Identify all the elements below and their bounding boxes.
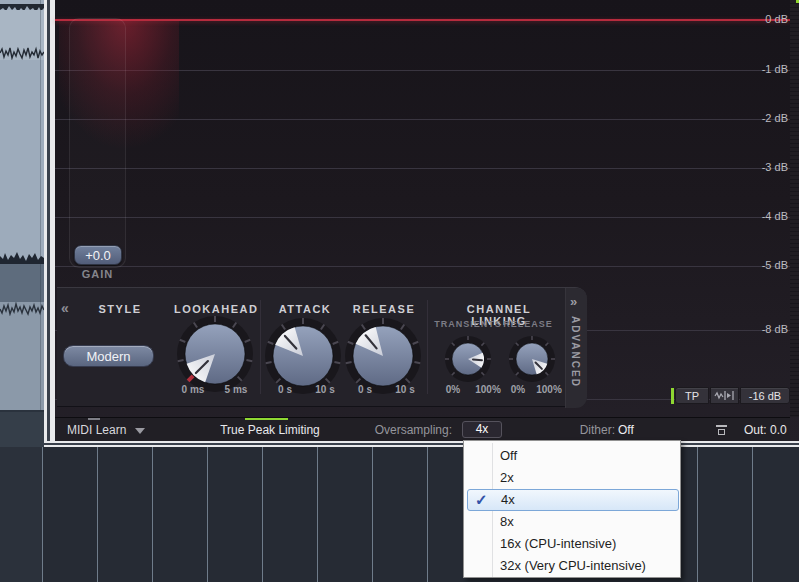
gain-slider-handle[interactable]: +0.0 bbox=[74, 245, 122, 265]
waveform-squiggle-icon bbox=[0, 46, 44, 60]
linking-release-max: 100% bbox=[529, 384, 569, 395]
gain-label: GAIN bbox=[69, 268, 126, 280]
zero-db-line bbox=[55, 19, 790, 21]
grid-line bbox=[42, 447, 43, 582]
grid-line bbox=[752, 447, 753, 582]
waveform-mass-icon bbox=[0, 0, 44, 10]
menu-item-16x[interactable]: 16x (CPU-intensive) bbox=[464, 533, 682, 555]
true-peak-meter-button[interactable]: TP bbox=[675, 387, 709, 404]
grid-line bbox=[152, 447, 153, 582]
db-scale-label: -3 dB bbox=[736, 161, 788, 173]
linking-release-sublabel: RELEASE bbox=[488, 319, 568, 329]
meter-range-button[interactable]: -16 dB bbox=[740, 387, 790, 404]
plugin-bottom-bar: MIDI Learn True Peak Limiting Oversampli… bbox=[55, 417, 790, 441]
output-meter-strip bbox=[790, 0, 799, 417]
release-min: 0 s bbox=[345, 384, 385, 395]
true-peak-limiting-button[interactable]: True Peak Limiting bbox=[205, 423, 335, 437]
style-mode-button[interactable]: Modern bbox=[63, 345, 154, 367]
plugin-window-frame-left bbox=[44, 0, 55, 447]
waveform-playhead-icon bbox=[714, 390, 736, 401]
db-scale-label: -8 dB bbox=[736, 323, 788, 335]
controls-panel: « STYLE Modern LOOKAHEAD bbox=[57, 287, 587, 407]
db-scale-label: -2 dB bbox=[736, 112, 788, 124]
linking-transients-knob[interactable] bbox=[444, 335, 492, 383]
menu-item-off[interactable]: Off bbox=[464, 445, 682, 467]
lookahead-min: 0 ms bbox=[173, 384, 213, 395]
limiter-plugin: 0 dB -1 dB -2 dB -3 dB -4 dB -5 dB -8 dB… bbox=[55, 0, 799, 441]
db-scale-label: -4 dB bbox=[736, 210, 788, 222]
attack-header: ATTACK bbox=[265, 303, 345, 315]
daw-track-margin bbox=[0, 447, 42, 582]
grid-line bbox=[427, 447, 428, 582]
dither-label: Dither: bbox=[565, 423, 615, 437]
lookahead-knob[interactable] bbox=[175, 314, 255, 394]
release-max: 10 s bbox=[385, 384, 425, 395]
menu-item-2x[interactable]: 2x bbox=[464, 467, 682, 489]
midi-learn-led bbox=[88, 418, 100, 420]
menu-item-4x-selected[interactable]: ✓ 4x bbox=[467, 489, 679, 511]
panel-divider bbox=[260, 300, 261, 394]
chevron-down-icon[interactable] bbox=[135, 428, 145, 434]
waveform-squiggle-icon bbox=[0, 302, 44, 316]
oversampling-dropdown[interactable]: 4x bbox=[462, 421, 502, 438]
transients-min: 0% bbox=[433, 384, 473, 395]
db-scale-label: -5 dB bbox=[736, 259, 788, 271]
checkmark-icon: ✓ bbox=[475, 491, 488, 509]
attack-max: 10 s bbox=[305, 384, 345, 395]
grid-line bbox=[262, 447, 263, 582]
oversampling-label: Oversampling: bbox=[355, 423, 452, 437]
advanced-strip[interactable]: » ADVANCED bbox=[565, 288, 587, 408]
grid-line bbox=[207, 447, 208, 582]
panel-divider bbox=[427, 300, 428, 394]
daw-waveform-strip bbox=[0, 0, 44, 447]
tp-led bbox=[671, 388, 674, 404]
advanced-label: ADVANCED bbox=[570, 316, 581, 388]
grid-line bbox=[372, 447, 373, 582]
oversampling-menu: Off 2x ✓ 4x 8x 16x (CPU-intensive) 32x (… bbox=[463, 440, 681, 578]
db-scale-label: 0 dB bbox=[736, 13, 788, 25]
screen: 0 dB -1 dB -2 dB -3 dB -4 dB -5 dB -8 dB… bbox=[0, 0, 799, 582]
grid-line bbox=[317, 447, 318, 582]
midi-learn-button[interactable]: MIDI Learn bbox=[67, 423, 126, 437]
meter-display-mode-button[interactable] bbox=[710, 387, 739, 404]
menu-item-32x[interactable]: 32x (Very CPU-intensive) bbox=[464, 555, 682, 577]
collapse-display-icon[interactable] bbox=[716, 425, 727, 435]
waveform-mass-icon bbox=[0, 250, 44, 264]
grid-line bbox=[97, 447, 98, 582]
menu-item-8x[interactable]: 8x bbox=[464, 511, 682, 533]
attack-min: 0 s bbox=[265, 384, 305, 395]
lookahead-max: 5 ms bbox=[216, 384, 256, 395]
gain-slider-track[interactable] bbox=[69, 18, 126, 268]
dither-value[interactable]: Off bbox=[618, 423, 634, 437]
style-header: STYLE bbox=[80, 303, 160, 315]
release-header: RELEASE bbox=[344, 303, 424, 315]
output-level-value[interactable]: Out: 0.0 d bbox=[744, 423, 790, 437]
expand-panel-icon[interactable]: » bbox=[570, 294, 577, 309]
linking-release-knob[interactable] bbox=[508, 335, 556, 383]
db-scale-label: -1 dB bbox=[736, 63, 788, 75]
collapse-panel-icon[interactable]: « bbox=[61, 300, 69, 316]
true-peak-limiting-led bbox=[245, 418, 288, 420]
grid-line bbox=[697, 447, 698, 582]
